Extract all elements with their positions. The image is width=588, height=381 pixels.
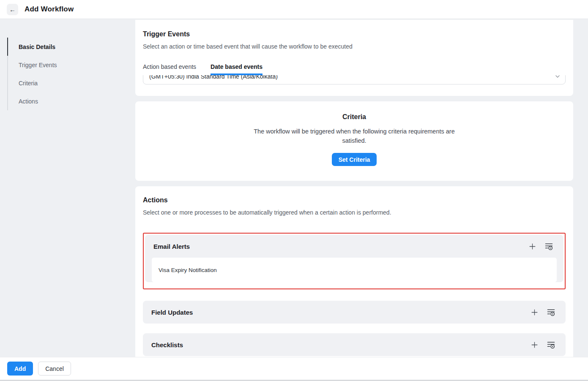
criteria-title: Criteria: [135, 113, 573, 121]
trigger-events-title: Trigger Events: [143, 30, 566, 38]
page-title: Add Workflow: [25, 5, 74, 14]
add-email-alert-button[interactable]: [529, 243, 536, 250]
plus-icon: [531, 309, 538, 316]
sidebar: Basic Details Trigger Events Criteria Ac…: [0, 19, 132, 357]
sidebar-item-actions[interactable]: Actions: [8, 92, 132, 110]
back-button[interactable]: ←: [7, 4, 18, 15]
trigger-tabs: Action based events Date based events: [143, 63, 566, 75]
content-area: Basic Details Trigger Events Criteria Ac…: [0, 19, 588, 357]
field-updates-log-button[interactable]: [547, 308, 555, 317]
tab-action-based-events[interactable]: Action based events: [143, 63, 196, 75]
field-updates-label: Field Updates: [151, 309, 531, 316]
checklists-label: Checklists: [151, 341, 531, 348]
email-alerts-log-button[interactable]: [544, 242, 553, 251]
email-alert-item[interactable]: Visa Expiry Notification: [152, 258, 557, 282]
checklists-log-button[interactable]: [547, 340, 555, 349]
checklists-section: Checklists: [143, 333, 566, 356]
workflow-steps: Basic Details Trigger Events Criteria Ac…: [7, 38, 132, 110]
email-alerts-highlight-box: Email Alerts: [143, 233, 566, 289]
actions-card: Actions Select one or more processes to …: [135, 186, 573, 357]
email-alerts-label: Email Alerts: [153, 243, 529, 250]
actions-title: Actions: [143, 196, 566, 204]
field-updates-header: Field Updates: [143, 301, 566, 324]
add-checklist-button[interactable]: [531, 342, 538, 348]
checklists-header: Checklists: [143, 333, 566, 356]
cancel-button[interactable]: Cancel: [38, 362, 71, 376]
sidebar-item-label: Criteria: [19, 80, 38, 87]
trigger-events-subtitle: Select an action or time based event tha…: [143, 43, 566, 50]
email-alerts-section: Email Alerts: [145, 235, 563, 282]
top-bar: ← Add Workflow: [0, 0, 588, 19]
chevron-down-icon: [555, 75, 560, 78]
sidebar-item-criteria[interactable]: Criteria: [8, 74, 132, 92]
footer-bar: Add Cancel: [0, 357, 588, 380]
email-alerts-header: Email Alerts: [145, 235, 563, 258]
criteria-card: Criteria The workflow will be triggered …: [135, 101, 573, 181]
criteria-description: The workflow will be triggered when the …: [242, 127, 466, 145]
field-updates-section: Field Updates: [143, 301, 566, 324]
plus-icon: [531, 342, 538, 348]
add-button[interactable]: Add: [7, 362, 33, 376]
view-log-icon: [547, 308, 555, 317]
plus-icon: [529, 243, 536, 250]
sidebar-item-label: Actions: [19, 98, 38, 105]
actions-subtitle: Select one or more processes to be autom…: [143, 209, 566, 216]
add-workflow-page: ← Add Workflow Basic Details Trigger Eve…: [0, 0, 588, 381]
view-log-icon: [544, 242, 553, 251]
view-log-icon: [547, 340, 555, 349]
trigger-events-card: Trigger Events Select an action or time …: [135, 20, 573, 96]
sidebar-item-trigger-events[interactable]: Trigger Events: [8, 56, 132, 74]
sidebar-item-label: Basic Details: [19, 44, 55, 50]
main-column: Trigger Events Select an action or time …: [135, 19, 573, 357]
add-field-update-button[interactable]: [531, 309, 538, 316]
tab-date-based-events[interactable]: Date based events: [211, 63, 263, 75]
sidebar-item-label: Trigger Events: [19, 62, 57, 68]
set-criteria-button[interactable]: Set Criteria: [332, 153, 377, 166]
arrow-left-icon: ←: [9, 6, 16, 13]
sidebar-item-basic-details[interactable]: Basic Details: [8, 38, 132, 56]
